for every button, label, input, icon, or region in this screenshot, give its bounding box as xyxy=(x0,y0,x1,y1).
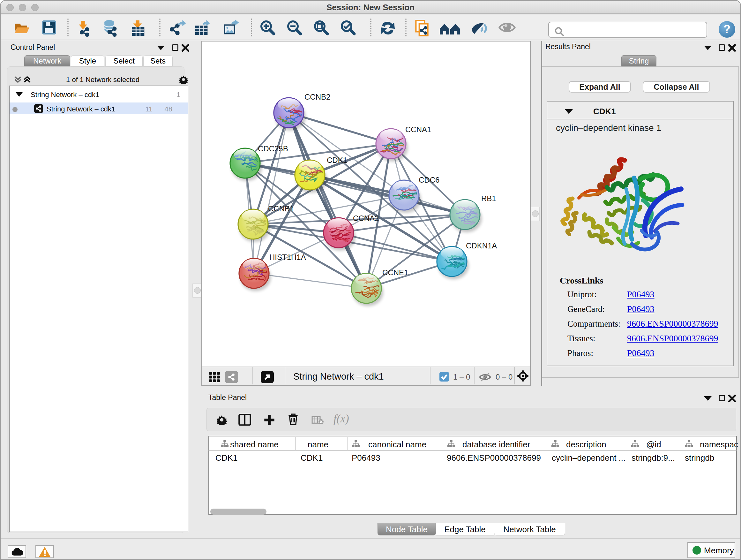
svg-text:CCNB2: CCNB2 xyxy=(305,92,330,101)
svg-text:CCNA1: CCNA1 xyxy=(405,125,431,134)
svg-text:CDK1: CDK1 xyxy=(327,156,347,165)
svg-text:HIST1H1A: HIST1H1A xyxy=(269,253,306,261)
svg-text:CCNE1: CCNE1 xyxy=(382,268,408,277)
svg-text:CCNA2: CCNA2 xyxy=(353,214,379,223)
svg-text:CDC6: CDC6 xyxy=(419,176,440,184)
svg-text:CDKN1A: CDKN1A xyxy=(466,241,497,250)
svg-text:RB1: RB1 xyxy=(481,194,496,203)
svg-text:CDC25B: CDC25B xyxy=(258,144,288,153)
svg-text:CCNB1: CCNB1 xyxy=(268,204,294,213)
